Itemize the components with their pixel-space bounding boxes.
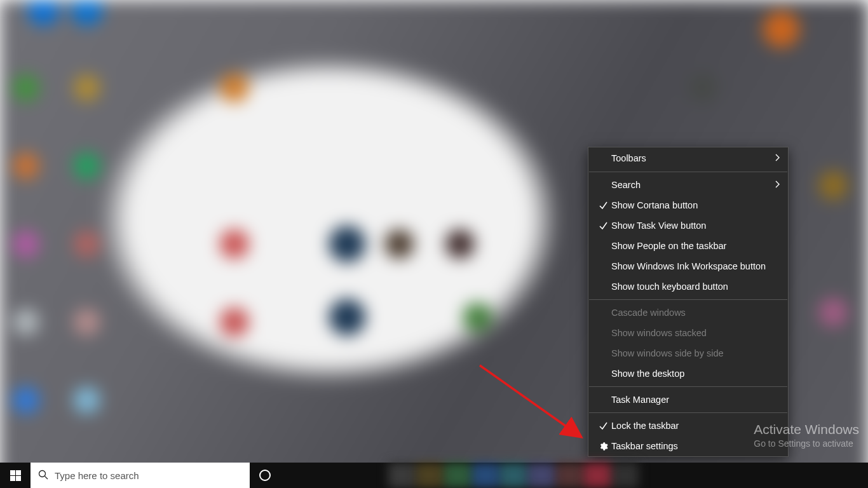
menu-item-label: Toolbars bbox=[611, 153, 646, 163]
menu-item-label: Show the desktop bbox=[611, 369, 684, 379]
cortana-button[interactable] bbox=[250, 463, 280, 488]
menu-item-label: Show touch keyboard button bbox=[611, 281, 728, 292]
search-placeholder: Type here to search bbox=[55, 470, 139, 481]
windows-logo-icon bbox=[10, 470, 21, 481]
svg-line-6 bbox=[45, 476, 48, 479]
menu-item-label: Show Cortana button bbox=[611, 200, 698, 210]
svg-rect-2 bbox=[16, 470, 21, 475]
menu-item-label: Show Task View button bbox=[611, 220, 706, 231]
menu-item-label: Show windows stacked bbox=[611, 328, 707, 338]
taskbar[interactable]: Type here to search bbox=[0, 463, 868, 488]
menu-item-search[interactable]: Search bbox=[588, 175, 788, 195]
menu-item-label: Show People on the taskbar bbox=[611, 241, 726, 251]
menu-item-toolbars[interactable]: Toolbars bbox=[588, 147, 788, 169]
menu-item-sidebyside: Show windows side by side bbox=[588, 343, 788, 363]
check-icon bbox=[596, 201, 610, 210]
svg-rect-1 bbox=[10, 470, 15, 475]
chevron-right-icon bbox=[775, 153, 780, 163]
start-button[interactable] bbox=[0, 463, 31, 488]
menu-item-cascade: Cascade windows bbox=[588, 302, 788, 323]
gear-icon bbox=[596, 442, 610, 451]
menu-item-label: Search bbox=[611, 180, 641, 190]
svg-rect-3 bbox=[10, 476, 15, 481]
menu-item-label: Cascade windows bbox=[611, 308, 686, 318]
menu-item-label: Task Manager bbox=[611, 395, 669, 405]
menu-item-taskbar-settings[interactable]: Taskbar settings bbox=[588, 436, 788, 456]
menu-item-stacked: Show windows stacked bbox=[588, 323, 788, 343]
menu-item-lock-taskbar[interactable]: Lock the taskbar bbox=[588, 416, 788, 436]
menu-item-show-ink[interactable]: Show Windows Ink Workspace button bbox=[588, 256, 788, 276]
search-icon bbox=[38, 470, 48, 482]
menu-separator bbox=[589, 386, 787, 387]
svg-point-5 bbox=[39, 470, 46, 477]
taskbar-context-menu: Toolbars Search Show Cortana button Show… bbox=[588, 147, 789, 457]
menu-item-show-people[interactable]: Show People on the taskbar bbox=[588, 236, 788, 256]
menu-item-show-touchkb[interactable]: Show touch keyboard button bbox=[588, 276, 788, 297]
taskbar-pinned-apps bbox=[388, 463, 639, 488]
menu-item-task-manager[interactable]: Task Manager bbox=[588, 390, 788, 410]
menu-item-show-desktop[interactable]: Show the desktop bbox=[588, 363, 788, 384]
check-icon bbox=[596, 222, 610, 230]
search-input[interactable]: Type here to search bbox=[31, 463, 250, 488]
menu-item-label: Show windows side by side bbox=[611, 348, 724, 358]
menu-item-label: Lock the taskbar bbox=[611, 421, 679, 431]
menu-separator bbox=[589, 299, 787, 300]
menu-separator bbox=[589, 172, 787, 172]
menu-item-label: Taskbar settings bbox=[611, 441, 678, 451]
menu-separator bbox=[589, 412, 787, 413]
menu-item-label: Show Windows Ink Workspace button bbox=[611, 261, 766, 271]
check-icon bbox=[596, 422, 610, 430]
menu-item-show-cortana[interactable]: Show Cortana button bbox=[588, 195, 788, 215]
menu-item-show-taskview[interactable]: Show Task View button bbox=[588, 215, 788, 236]
svg-rect-4 bbox=[16, 476, 21, 481]
chevron-right-icon bbox=[775, 180, 780, 190]
cortana-ring-icon bbox=[259, 470, 271, 481]
